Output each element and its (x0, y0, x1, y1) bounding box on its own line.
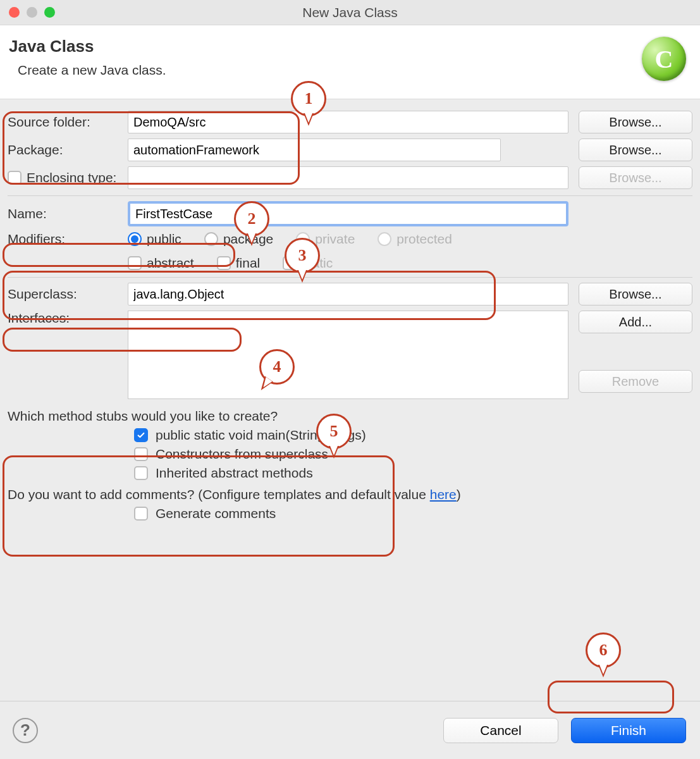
modifier-static: static (283, 256, 333, 271)
checkbox-icon (134, 466, 148, 480)
checkbox-icon (134, 507, 148, 521)
interfaces-list[interactable] (128, 311, 568, 399)
wizard-header: Java Class Create a new Java class. C (0, 25, 700, 99)
annotation-bubble-6: 6 (586, 632, 621, 668)
modifier-protected: protected (378, 231, 452, 247)
browse-package-button[interactable]: Browse... (579, 139, 692, 161)
stub-main-label: public static void main(String[] args) (156, 428, 366, 443)
checkbox-icon (217, 256, 231, 270)
browse-enclosing-button: Browse... (579, 166, 692, 189)
package-label: Package: (8, 142, 128, 157)
other-modifier-group: abstract final static (128, 256, 568, 271)
superclass-label: Superclass: (8, 287, 128, 302)
modifier-abstract[interactable]: abstract (128, 256, 194, 271)
stub-inherited-label: Inherited abstract methods (156, 466, 313, 481)
package-input[interactable] (128, 139, 501, 161)
stub-inherited[interactable]: Inherited abstract methods (134, 466, 692, 481)
modifier-final[interactable]: final (217, 256, 261, 271)
window-title: New Java Class (0, 5, 700, 20)
configure-templates-link[interactable]: here (430, 487, 457, 502)
enclosing-type-input (128, 166, 568, 189)
remove-interface-button: Remove (579, 370, 692, 393)
checkbox-icon (134, 428, 148, 442)
checkbox-icon (134, 447, 148, 461)
generate-comments[interactable]: Generate comments (134, 506, 692, 521)
finish-button[interactable]: Finish (571, 718, 686, 743)
enclosing-type-label: Enclosing type: (27, 170, 116, 185)
source-folder-input[interactable] (128, 111, 568, 133)
wizard-footer: ? Cancel Finish (0, 701, 700, 759)
checkbox-icon (128, 256, 142, 270)
radio-icon (128, 232, 142, 246)
titlebar: New Java Class (0, 0, 700, 25)
method-stubs-question: Which method stubs would you like to cre… (8, 409, 692, 424)
stub-constructors[interactable]: Constructors from superclass (134, 447, 692, 462)
interfaces-label: Interfaces: (8, 311, 128, 326)
add-interface-button[interactable]: Add... (579, 311, 692, 333)
radio-icon (296, 232, 310, 246)
source-folder-label: Source folder: (8, 114, 128, 130)
modifier-private: private (296, 231, 355, 247)
checkbox-icon (283, 256, 297, 270)
stub-main[interactable]: public static void main(String[] args) (134, 428, 692, 443)
superclass-input[interactable] (128, 283, 568, 305)
page-subtitle: Create a new Java class. (18, 63, 166, 78)
generate-comments-label: Generate comments (156, 506, 276, 521)
name-label: Name: (8, 206, 128, 221)
help-button[interactable]: ? (13, 718, 38, 743)
name-input[interactable] (128, 201, 568, 226)
access-modifier-group: public package private protected (128, 231, 568, 247)
enclosing-type-checkbox[interactable] (8, 171, 21, 185)
radio-icon (378, 232, 391, 246)
browse-source-folder-button[interactable]: Browse... (579, 111, 692, 133)
browse-superclass-button[interactable]: Browse... (579, 283, 692, 305)
page-title: Java Class (9, 37, 166, 56)
cancel-button[interactable]: Cancel (443, 718, 558, 743)
modifiers-label: Modifiers: (8, 231, 128, 247)
comments-question: Do you want to add comments? (Configure … (8, 487, 692, 502)
radio-icon (204, 232, 218, 246)
class-icon: C (642, 37, 686, 81)
stub-constructors-label: Constructors from superclass (156, 447, 328, 462)
modifier-public[interactable]: public (128, 231, 181, 247)
modifier-package[interactable]: package (204, 231, 273, 247)
